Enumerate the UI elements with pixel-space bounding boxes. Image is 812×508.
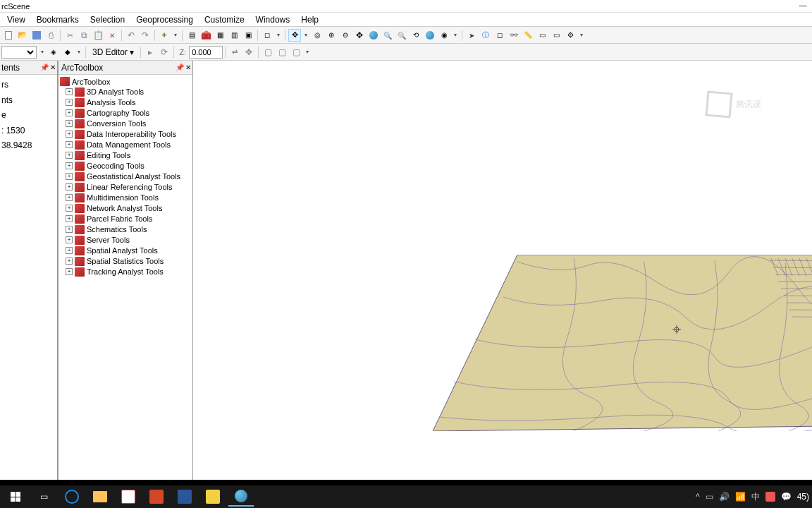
tree-node[interactable]: +Spatial Statistics Tools — [60, 256, 191, 267]
menu-windows[interactable]: Windows — [250, 13, 296, 26]
tree-node[interactable]: +Analysis Tools — [60, 97, 191, 108]
animation-button[interactable]: ▭ — [550, 29, 562, 42]
tree-node[interactable]: +Multidimension Tools — [60, 193, 191, 203]
menu-help[interactable]: Help — [295, 13, 324, 26]
tray-battery-icon[interactable]: ▭ — [706, 492, 713, 502]
expand-icon[interactable]: + — [66, 162, 73, 169]
clear-selection-button[interactable]: ◻ — [493, 29, 506, 42]
settings-button[interactable]: ⚙ — [564, 29, 577, 42]
dropdown[interactable]: ▾ — [577, 32, 586, 38]
tray-time[interactable]: 45) — [797, 492, 809, 502]
tree-node[interactable]: +Data Interoperability Tools — [60, 129, 191, 140]
search-button[interactable]: ▥ — [228, 29, 240, 42]
toc-item[interactable]: : 1530 — [1, 123, 56, 139]
save-button[interactable] — [30, 29, 43, 42]
close-icon[interactable]: ✕ — [185, 64, 191, 71]
expand-icon[interactable]: + — [66, 236, 73, 243]
add-data-dropdown[interactable]: ▾ — [171, 32, 180, 38]
tree-node[interactable]: +Geocoding Tools — [60, 161, 191, 171]
tree-node[interactable]: +Tracking Analyst Tools — [60, 267, 191, 277]
menu-selection[interactable]: Selection — [85, 13, 130, 26]
expand-icon[interactable]: + — [66, 268, 73, 275]
toc-item[interactable]: e — [1, 108, 56, 123]
toc-button[interactable]: ▤ — [185, 29, 198, 42]
expand-icon[interactable]: + — [66, 141, 73, 148]
menu-bookmarks[interactable]: Bookmarks — [31, 13, 85, 26]
combo-dropdown[interactable]: ▾ — [38, 49, 47, 55]
sub-btn-a[interactable]: ◻ — [261, 29, 273, 42]
dropdown[interactable]: ▾ — [274, 32, 283, 38]
add-data-button[interactable] — [158, 29, 171, 42]
expand-icon[interactable]: + — [66, 120, 73, 127]
delete-button[interactable] — [106, 29, 118, 42]
scene-3d-view[interactable]: 腾讯课 — [193, 61, 812, 494]
edit-btn-3[interactable]: ▢ — [262, 46, 274, 59]
arcscene-button[interactable] — [228, 487, 254, 507]
ie-button[interactable] — [59, 487, 85, 507]
ppt-button[interactable] — [144, 487, 169, 507]
time-slider-button[interactable]: ▭ — [536, 29, 548, 42]
tree-node[interactable]: +Network Analyst Tools — [60, 203, 191, 214]
explorer-button[interactable] — [87, 487, 113, 507]
fly-button[interactable] — [424, 29, 436, 42]
open-button[interactable]: 📂 — [16, 29, 29, 42]
menu-view[interactable]: View — [1, 13, 31, 26]
pan-button[interactable]: ✥ — [353, 29, 366, 42]
expand-icon[interactable]: + — [66, 183, 73, 190]
refresh-button[interactable]: ⟲ — [410, 29, 422, 42]
zoom-out-fixed-button[interactable] — [395, 29, 408, 42]
toolbox-button[interactable]: 🧰 — [199, 29, 212, 42]
tree-node[interactable]: +Editing Tools — [60, 150, 191, 161]
navigate-button[interactable]: ✥ — [288, 29, 301, 42]
zoom-target-button[interactable]: ◎ — [311, 29, 324, 42]
identify-button[interactable]: ⓘ — [479, 29, 492, 42]
expand-icon[interactable]: + — [66, 205, 73, 212]
catalog-button[interactable]: ▦ — [214, 29, 226, 42]
z-value-input[interactable] — [189, 46, 223, 59]
notes-button[interactable] — [200, 487, 226, 507]
tree-node[interactable]: +Linear Referencing Tools — [60, 182, 191, 193]
tree-node[interactable]: +Geostatistical Analyst Tools — [60, 171, 191, 182]
cut-button[interactable] — [63, 29, 76, 42]
new-scene-button[interactable] — [2, 29, 15, 42]
expand-icon[interactable]: + — [66, 173, 73, 180]
tray-chevron-icon[interactable]: ^ — [696, 492, 700, 502]
tray-notification-icon[interactable]: 💬 — [781, 492, 792, 502]
toc-item[interactable]: 38.9428 — [1, 138, 56, 154]
dropdown[interactable]: ▾ — [75, 49, 83, 55]
toc-item[interactable]: nts — [1, 93, 56, 109]
undo-button[interactable] — [125, 29, 137, 42]
start-button[interactable] — [3, 487, 28, 507]
tree-node[interactable]: +Cartography Tools — [60, 108, 191, 119]
full-extent-button[interactable] — [367, 29, 380, 42]
expand-icon[interactable]: + — [66, 131, 73, 138]
python-button[interactable]: ▣ — [242, 29, 254, 42]
word-button[interactable] — [172, 487, 197, 507]
edit-btn-4[interactable]: ▢ — [276, 46, 288, 59]
expand-icon[interactable]: + — [66, 194, 73, 201]
pin-icon[interactable]: 📌 — [40, 64, 49, 71]
dropdown[interactable]: ▾ — [451, 32, 460, 38]
dropdown[interactable]: ▾ — [302, 32, 310, 38]
layer-props-button[interactable]: ◆ — [61, 46, 74, 59]
expand-icon[interactable]: + — [66, 215, 73, 222]
expand-icon[interactable]: + — [66, 88, 73, 95]
close-icon[interactable]: ✕ — [50, 64, 56, 71]
print-button[interactable]: ⎙ — [44, 29, 57, 42]
zoom-out-button[interactable]: ⊖ — [339, 29, 352, 42]
add-layer-button[interactable]: ◈ — [47, 46, 60, 59]
observer-button[interactable]: ◉ — [438, 29, 450, 42]
menu-geoprocessing[interactable]: Geoprocessing — [130, 13, 199, 26]
edit-btn-5[interactable]: ▢ — [290, 46, 302, 59]
expand-icon[interactable]: + — [66, 258, 73, 265]
minimize-button[interactable]: — — [796, 0, 809, 10]
toc-item[interactable]: rs — [1, 78, 56, 93]
tray-volume-icon[interactable]: 🔊 — [719, 492, 730, 502]
expand-icon[interactable]: + — [66, 109, 73, 116]
tree-node[interactable]: +Schematics Tools — [60, 224, 191, 235]
tray-ime[interactable]: 中 — [751, 491, 760, 503]
zoom-in-fixed-button[interactable] — [381, 29, 394, 42]
expand-icon[interactable]: + — [66, 226, 73, 233]
editor-label[interactable]: 3D Editor ▾ — [88, 47, 138, 57]
task-view-button[interactable]: ▭ — [31, 487, 56, 507]
